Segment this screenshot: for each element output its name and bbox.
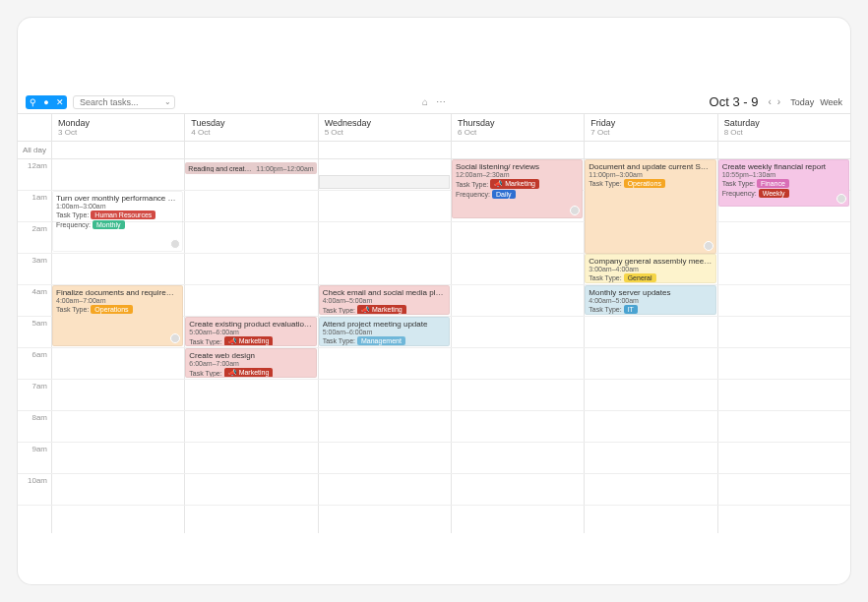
avatar-icon (170, 333, 180, 343)
event-thu-social[interactable]: Social listening/ reviews 12:00am–2:30am… (452, 159, 583, 218)
event-fri-server[interactable]: Monthly server updates 4:00am–5:00am Tas… (585, 285, 715, 315)
day-header-sat[interactable]: Saturday8 Oct (717, 114, 850, 141)
grid-body[interactable]: 12am1am2am3am4am5am6am7am8am9am10am Turn… (18, 159, 850, 533)
hour-label: 5am (18, 317, 51, 347)
prev-week-icon[interactable]: ‹ (768, 96, 771, 107)
home-icon[interactable]: ⌂ (422, 96, 428, 107)
event-wed-email[interactable]: Check email and social media platforms 4… (319, 285, 450, 315)
more-icon[interactable]: ⋯ (436, 96, 446, 107)
day-header-fri[interactable]: Friday7 Oct (584, 114, 716, 141)
person-icon[interactable]: ● (39, 95, 53, 109)
avatar-icon (704, 241, 713, 251)
events-layer: Turn over monthly performance manage 1:0… (51, 159, 850, 533)
event-mon-performance[interactable]: Turn over monthly performance manage 1:0… (52, 191, 183, 252)
event-tue-webdesign[interactable]: Create web design 6:00am–7:00am Task Typ… (185, 348, 316, 378)
hour-label: 1am (18, 191, 51, 221)
hour-label: 4am (18, 285, 51, 316)
hour-label (18, 506, 51, 533)
allday-row: All day (18, 142, 850, 159)
breadcrumb-icons: ⌂ ⋯ (422, 96, 446, 107)
hour-label: 6am (18, 348, 51, 379)
event-fri-sops[interactable]: Document and update current SOPs 11:00pm… (585, 159, 715, 254)
filter-icon[interactable]: ⚲ (26, 95, 39, 109)
next-week-icon[interactable]: › (777, 96, 780, 107)
calendar-card: ⚲ ● ✕ ⌄ ⌂ ⋯ Oct 3 - 9 ‹ › Today Week Mon… (18, 18, 850, 584)
event-sat-financial[interactable]: Create weekly financial report 10:55pm–1… (718, 159, 849, 207)
search-wrap: ⌄ (73, 95, 175, 109)
topbar: ⚲ ● ✕ ⌄ ⌂ ⋯ Oct 3 - 9 ‹ › Today Week (18, 18, 850, 113)
nav-arrows: ‹ › (768, 96, 780, 107)
avatar-icon (570, 206, 580, 215)
event-tue-reading[interactable]: Reading and creating dat11:00pm–12:00am (185, 162, 316, 174)
hour-label: 10am (18, 474, 51, 505)
event-fri-assembly[interactable]: Company general assembly meeting 3:00am–… (585, 254, 715, 283)
day-header-row: Monday3 Oct Tuesday4 Oct Wednesday5 Oct … (18, 114, 850, 142)
hour-label: 12am (18, 159, 51, 190)
day-header-tue[interactable]: Tuesday4 Oct (184, 114, 317, 141)
today-button[interactable]: Today (790, 97, 814, 107)
chevron-down-icon[interactable]: ⌄ (164, 97, 171, 106)
allday-label: All day (18, 142, 51, 158)
hour-label: 9am (18, 443, 51, 473)
day-header-mon[interactable]: Monday3 Oct (51, 114, 184, 141)
ghost-slot (319, 175, 450, 189)
view-button[interactable]: Week (820, 97, 842, 107)
hour-label: 8am (18, 411, 51, 442)
clear-icon[interactable]: ✕ (53, 95, 67, 109)
event-tue-evaluation[interactable]: Create existing product evaluation repor… (185, 317, 316, 346)
toolbar-buttons: ⚲ ● ✕ (26, 95, 67, 109)
event-wed-meeting[interactable]: Attend project meeting update 5:00am–6:0… (319, 317, 450, 346)
search-input[interactable] (73, 95, 175, 109)
avatar-icon (837, 194, 846, 204)
day-header-wed[interactable]: Wednesday5 Oct (318, 114, 451, 141)
calendar: Monday3 Oct Tuesday4 Oct Wednesday5 Oct … (18, 113, 850, 533)
day-header-thu[interactable]: Thursday6 Oct (451, 114, 584, 141)
date-range: Oct 3 - 9 (710, 94, 759, 109)
event-mon-finalize[interactable]: Finalize documents and requirements for … (52, 285, 183, 346)
avatar-icon (170, 239, 180, 249)
hour-label: 2am (18, 222, 51, 253)
hour-label: 3am (18, 254, 51, 284)
hour-label: 7am (18, 380, 51, 410)
